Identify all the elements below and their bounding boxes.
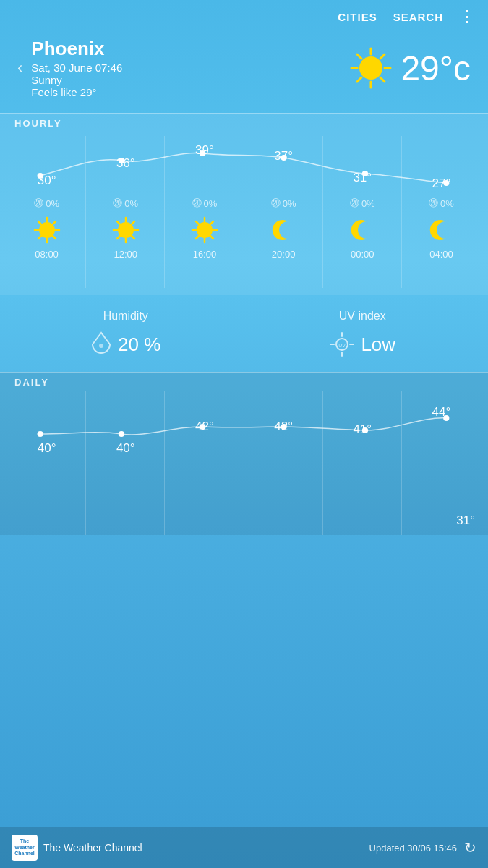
hourly-columns: 30° ⑳ 0% <box>7 136 481 288</box>
svg-line-7 <box>380 54 385 59</box>
svg-line-23 <box>38 236 41 239</box>
day-temp-5: 44° <box>402 391 481 463</box>
cities-button[interactable]: CITIES <box>338 11 377 23</box>
hourly-chart: 30° ⑳ 0% <box>0 136 488 288</box>
svg-line-39 <box>210 236 213 239</box>
footer-brand-name: The Weather Channel <box>43 842 142 854</box>
header-section: ‹ Phoenix Sat, 30 June 07:46 Sunny Feels… <box>0 30 488 113</box>
svg-line-6 <box>380 77 385 82</box>
hour-icon-0 <box>33 216 61 244</box>
daily-chart: 40° 40° 42° 42° 41° <box>0 391 488 535</box>
svg-line-29 <box>117 221 120 224</box>
stats-section: Humidity 20 % UV index UV <box>0 295 488 372</box>
hour-col-3: 37° ⑳ 0% 20:00 <box>244 136 323 288</box>
daily-columns: 40° 40° 42° 42° 41° <box>7 391 481 535</box>
hour-temp-2: 39° <box>165 136 244 194</box>
svg-point-42 <box>99 344 103 348</box>
daily-low-temp: 31° <box>456 514 475 528</box>
hour-icon-2 <box>190 216 219 244</box>
day-col-0: 40° <box>7 391 86 535</box>
svg-line-20 <box>38 221 41 224</box>
svg-line-5 <box>357 54 361 59</box>
hour-icon-4 <box>348 216 377 244</box>
uv-value: UV Low <box>329 331 395 357</box>
day-col-4: 41° <box>323 391 402 535</box>
hour-icon-3 <box>269 216 298 244</box>
footer: TheWeatherChannel The Weather Channel Up… <box>0 827 488 868</box>
hour-temp-5: 27° <box>402 136 481 194</box>
day-temp-3: 42° <box>244 391 323 463</box>
hour-col-5: 27° ⑳ 0% 04:00 <box>402 136 481 288</box>
footer-right: Updated 30/06 15:46 ↻ <box>369 839 476 856</box>
day-temp-2: 42° <box>165 391 244 463</box>
hourly-label: HOURLY <box>0 113 488 132</box>
hour-precip-5: ⑳ 0% <box>429 194 454 213</box>
refresh-button[interactable]: ↻ <box>464 839 476 856</box>
svg-line-32 <box>117 236 120 239</box>
hour-temp-0: 30° <box>7 136 86 194</box>
svg-line-31 <box>132 221 134 224</box>
city-condition: Sunny <box>31 74 122 86</box>
more-menu-button[interactable]: ⋮ <box>459 9 475 25</box>
svg-line-22 <box>53 221 56 224</box>
daily-label: DAILY <box>0 373 488 391</box>
hour-temp-3: 37° <box>244 136 323 194</box>
hour-icon-1 <box>111 216 140 244</box>
header-right: 29°c <box>348 46 471 90</box>
humidity-value: 20 % <box>90 331 160 357</box>
svg-line-21 <box>53 236 56 239</box>
day-col-2: 42° <box>165 391 244 535</box>
day-temp-1: 40° <box>86 391 165 463</box>
hour-col-4: 31° ⑳ 0% 00:00 <box>323 136 402 288</box>
hour-precip-1: ⑳ 0% <box>113 194 138 213</box>
feels-like: Feels like 29° <box>31 86 122 98</box>
hour-time-2: 16:00 <box>193 249 217 260</box>
hour-time-5: 04:00 <box>429 249 453 260</box>
svg-line-38 <box>196 221 199 224</box>
day-temp-0: 40° <box>7 391 86 463</box>
hour-time-4: 00:00 <box>351 249 374 260</box>
day-col-3: 42° <box>244 391 323 535</box>
day-col-5: 44° 31° <box>402 391 481 535</box>
svg-line-30 <box>132 236 134 239</box>
day-col-1: 40° <box>86 391 165 535</box>
humidity-icon <box>90 331 112 357</box>
header-left: ‹ Phoenix Sat, 30 June 07:46 Sunny Feels… <box>17 38 122 98</box>
updated-text: Updated 30/06 15:46 <box>369 843 457 854</box>
hour-col-2: 39° ⑳ 0% <box>165 136 244 288</box>
uv-icon: UV <box>329 331 355 357</box>
sunny-icon <box>348 46 393 90</box>
hour-temp-1: 36° <box>86 136 165 194</box>
hour-precip-3: ⑳ 0% <box>271 194 296 213</box>
footer-left: TheWeatherChannel The Weather Channel <box>12 835 142 861</box>
day-temp-4: 41° <box>323 391 402 463</box>
hourly-section: HOURLY 30° ⑳ 0% <box>0 113 488 295</box>
hour-precip-2: ⑳ 0% <box>192 194 218 213</box>
hour-temp-4: 31° <box>323 136 402 194</box>
hour-col-0: 30° ⑳ 0% <box>7 136 86 288</box>
prev-city-button[interactable]: ‹ <box>17 59 22 77</box>
daily-section: DAILY 40° 40° <box>0 372 488 535</box>
svg-line-40 <box>210 221 213 224</box>
hour-time-0: 08:00 <box>35 249 59 260</box>
hour-precip-4: ⑳ 0% <box>350 194 375 213</box>
humidity-block: Humidity 20 % <box>7 310 244 357</box>
uv-label: UV index <box>339 310 386 323</box>
city-date: Sat, 30 June 07:46 <box>31 61 122 74</box>
weather-channel-logo: TheWeatherChannel <box>12 835 38 861</box>
city-info: Phoenix Sat, 30 June 07:46 Sunny Feels l… <box>31 38 122 98</box>
hour-icon-5 <box>427 216 455 244</box>
hour-precip-0: ⑳ 0% <box>34 194 59 213</box>
svg-text:UV: UV <box>339 343 346 348</box>
hour-time-3: 20:00 <box>272 249 296 260</box>
humidity-label: Humidity <box>103 310 148 323</box>
current-temp: 29°c <box>401 48 471 88</box>
svg-line-8 <box>357 77 361 82</box>
search-button[interactable]: SEARCH <box>393 11 443 23</box>
top-nav: CITIES SEARCH ⋮ <box>0 0 488 30</box>
hour-time-1: 12:00 <box>114 249 137 260</box>
city-name: Phoenix <box>31 38 122 60</box>
hour-col-1: 36° ⑳ 0% <box>86 136 165 288</box>
uv-block: UV index UV Low <box>244 310 481 357</box>
svg-point-0 <box>359 56 382 80</box>
